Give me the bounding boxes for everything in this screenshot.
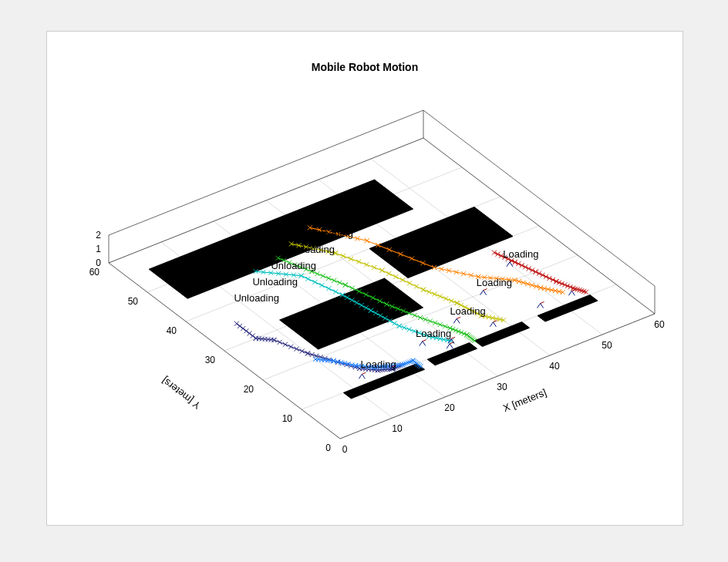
loading-label: Loading — [450, 305, 485, 317]
svg-text:10: 10 — [392, 423, 403, 434]
unloading-label: Unloading — [289, 244, 335, 255]
x-axis-label: X [meters] — [501, 386, 548, 414]
svg-text:2: 2 — [96, 230, 101, 241]
loading-label: Loading — [477, 277, 512, 288]
svg-text:0: 0 — [96, 257, 101, 268]
loading-label: Loading — [503, 248, 538, 260]
figure-window: Mobile Robot Motion 01020304050600102030… — [46, 31, 683, 526]
unloading-label: Unloading — [345, 195, 390, 207]
svg-text:20: 20 — [244, 384, 254, 395]
loading-label: Loading — [360, 358, 396, 370]
svg-text:60: 60 — [654, 319, 665, 330]
svg-text:30: 30 — [497, 382, 507, 392]
unloading-label: Unloading — [252, 276, 298, 288]
loading-label: Loading — [416, 328, 451, 339]
svg-text:30: 30 — [205, 355, 216, 365]
svg-text:60: 60 — [89, 267, 100, 278]
svg-text:0: 0 — [342, 444, 348, 455]
unloading-label: Unloading — [271, 260, 316, 271]
svg-text:50: 50 — [602, 340, 612, 351]
unloading-label: Unloading — [326, 211, 372, 223]
svg-text:10: 10 — [282, 413, 293, 424]
svg-text:50: 50 — [128, 296, 139, 307]
unloading-label: Unloading — [234, 292, 279, 304]
svg-text:0: 0 — [325, 443, 331, 453]
axes-3d[interactable]: 01020304050600102030405060012X [meters]Y… — [47, 32, 682, 525]
svg-text:40: 40 — [549, 361, 560, 372]
svg-text:1: 1 — [96, 244, 101, 254]
svg-text:40: 40 — [167, 325, 177, 336]
unloading-label: Unloading — [308, 227, 353, 239]
svg-text:20: 20 — [444, 402, 455, 413]
y-axis-label: Y [meters] — [160, 375, 203, 412]
